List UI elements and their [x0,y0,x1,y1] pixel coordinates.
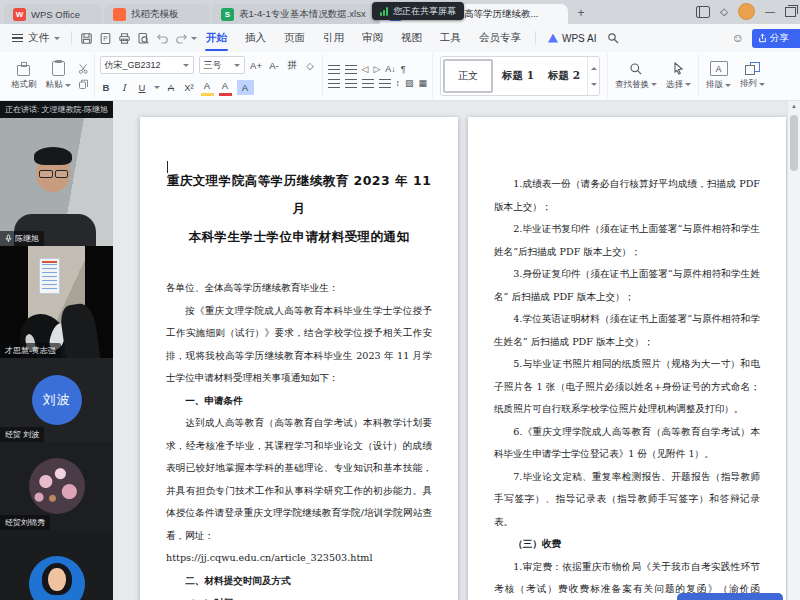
tab-docer-template[interactable]: 找稻壳模板 [104,4,210,24]
indent-button[interactable]: ▷ [373,64,380,74]
printer-icon [118,32,131,45]
font-group: 仿宋_GB2312 三号 A+ A- 拼 ◇ B I U A X² [95,54,323,98]
print-button[interactable] [115,29,134,47]
style-heading1[interactable]: 标题 1 [495,57,541,95]
participant4-name-badge: 经贸刘锦秀 [0,515,50,530]
meeting-share-bar[interactable] [677,593,783,600]
find-replace-button[interactable]: 查找替换 [613,62,659,91]
doc-body-page1: 各单位、全体高等学历继续教育毕业生： 按《重庆文理学院成人高等教育本科毕业生学士… [166,277,432,600]
participant5-avatar-photo [29,556,85,600]
menu-home[interactable]: 开始 [197,24,236,52]
avatar-tile-participant4[interactable]: 经贸刘锦秀 [0,442,113,530]
align-left-icon[interactable] [328,79,340,88]
share-button[interactable]: 分享 [752,29,800,48]
document-page-2[interactable]: 1.成绩表一份（请务必自行核算好平均成绩，扫描成 PDF 版本上交）； 2.毕业… [468,117,786,600]
format-painter-button[interactable]: 格式刷 [9,61,39,91]
video-tile-participant2[interactable]: 才思慧-黄志强 [0,246,113,358]
wps-ai-label: WPS AI [562,33,596,44]
doc-paragraph: 5.与毕业证书照片相同的纸质照片（规格为大一寸）和电子照片各 1 张（电子照片必… [494,353,760,421]
tab-wps-home[interactable]: W WPS Office [4,4,102,24]
menu-reference[interactable]: 引用 [314,24,353,52]
menu-page[interactable]: 页面 [275,24,314,52]
menu-insert[interactable]: 插入 [236,24,275,52]
align-justify-icon[interactable] [379,79,391,88]
italic-button[interactable]: I [118,80,131,95]
bold-button[interactable]: B [100,80,113,95]
style-heading2[interactable]: 标题 2 [541,57,587,95]
doc-paragraph: 2.毕业证书复印件（须在证书上面签署“与原件相符和学生姓名”后扫描成 PDF 版… [494,218,760,263]
doc-paragraph: 按《重庆文理学院成人高等教育本科毕业生学士学位授予工作实施细则（试行）》要求，结… [166,300,432,390]
char-shading-button[interactable]: A [237,80,254,95]
font-color-button[interactable]: A [219,78,232,96]
align-right-icon[interactable] [362,79,374,88]
menu-review[interactable]: 审阅 [353,24,392,52]
scissors-icon [78,63,89,74]
shrink-font-button[interactable]: A- [268,58,281,73]
arrange-button[interactable]: 排列 [738,62,767,90]
copy-button[interactable] [78,79,89,90]
numbered-list-icon[interactable] [345,65,357,74]
avatar-tile-participant5[interactable] [0,530,113,600]
chevron-down-icon[interactable] [154,86,160,92]
undo-button[interactable] [153,29,172,47]
borders-button[interactable]: ▦ [419,78,428,88]
save-button[interactable] [77,29,96,47]
highlight-color-button[interactable]: A [201,78,214,96]
paste-button[interactable]: 粘贴 [44,61,73,91]
screen-share-tooltip: 您正在共享屏幕 [372,2,464,20]
outdent-button[interactable]: ◁ [362,64,369,74]
show-marks-button[interactable]: ¶ [401,64,406,74]
font-name-select[interactable]: 仿宋_GB2312 [100,56,194,74]
sort-button[interactable]: A↓ [385,64,396,74]
select-button[interactable]: 选择 [664,62,693,91]
new-tab-button[interactable]: + [573,5,589,21]
bullet-list-icon[interactable] [328,65,340,74]
menu-member[interactable]: 会员专享 [470,24,530,52]
scrollbar-thumb[interactable] [790,115,798,171]
styles-down-icon[interactable] [591,83,597,89]
pinyin-guide-button[interactable]: 拼 [286,58,299,73]
tab-spreadsheet[interactable]: S 表1-4-1专业基本情况数据.xlsx [212,4,378,24]
minimize-button[interactable]: — [765,7,775,17]
vertical-scrollbar[interactable]: ▲ [787,101,800,600]
typeset-button[interactable]: A 排版 [704,61,733,91]
theme-icon[interactable]: ◇ [720,7,728,17]
video-tile-participant1[interactable]: 陈继旭 [0,118,113,246]
line-spacing-button[interactable]: ↕ [396,78,401,88]
menu-view[interactable]: 视图 [392,24,431,52]
document-canvas[interactable]: 重庆文理学院高等学历继续教育 2023 年 11 月 本科学生学士学位申请材料受… [113,101,787,600]
share-arrow-icon [758,33,767,43]
doc-paragraph: 1.成绩表一份（请务必自行核算好平均成绩，扫描成 PDF 版本上交）； [494,173,760,218]
redo-button[interactable] [172,29,191,47]
superscript-button[interactable]: X² [183,80,196,95]
cut-button[interactable] [78,63,89,74]
clear-format-button[interactable]: ◇ [304,58,317,73]
doc-paragraph: 各单位、全体高等学历继续教育毕业生： [166,277,432,300]
underline-button[interactable]: U [136,80,149,95]
style-normal[interactable]: 正文 [443,59,493,93]
wps-ai-button[interactable]: WPS AI [541,33,603,44]
feedback-smiley-icon[interactable]: ☺ [732,31,744,45]
strikethrough-button[interactable]: A [165,80,178,95]
search-button[interactable] [603,29,622,47]
file-menu[interactable]: 文件 [6,31,66,45]
menubar-right: ☺ 分享 [732,29,794,48]
print-preview-button[interactable] [134,29,153,47]
menu-tools[interactable]: 工具 [431,24,470,52]
font-size-select[interactable]: 三号 [199,56,245,74]
restore-button[interactable] [785,7,796,17]
export-pdf-button[interactable]: P [96,29,115,47]
avatar-tile-participant3[interactable]: 刘波 经贸 刘波 [0,358,113,442]
layout-mode-icon[interactable] [696,6,710,18]
align-center-icon[interactable] [345,79,357,88]
grow-font-button[interactable]: A+ [250,58,263,73]
document-page-1[interactable]: 重庆文理学院高等学历继续教育 2023 年 11 月 本科学生学士学位申请材料受… [140,117,458,600]
chevron-down-icon [685,83,691,89]
account-avatar[interactable] [738,3,755,20]
styles-up-icon[interactable] [591,64,597,70]
shading-fill-button[interactable]: ▨ [405,78,414,88]
participant5-face [48,568,66,591]
participant4-avatar-photo [29,458,85,514]
scroll-up-arrow-icon[interactable]: ▲ [788,103,800,109]
tab-label: 找稻壳模板 [131,8,179,21]
